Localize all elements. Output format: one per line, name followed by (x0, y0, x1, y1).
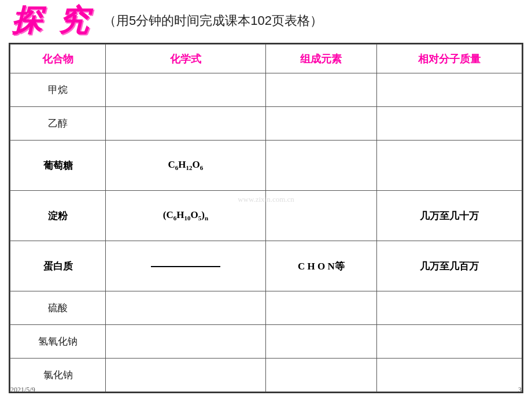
col-header-formula: 化学式 (106, 45, 266, 73)
table-row: 氯化钠 (10, 359, 522, 392)
cell-mass (377, 325, 522, 359)
cell-mass (377, 141, 522, 191)
cell-compound-name: 葡萄糖 (10, 141, 106, 191)
cell-formula: (C6H10O5)n (106, 191, 266, 241)
table-row: 淀粉(C6H10O5)n几万至几十万 (10, 191, 522, 241)
table-header-row: 化合物 化学式 组成元素 相对分子质量 (10, 45, 522, 73)
cell-compound-name: 硫酸 (10, 291, 106, 325)
cell-compound-name: 乙醇 (10, 107, 106, 141)
cell-formula (106, 107, 266, 141)
cell-formula (106, 291, 266, 325)
cell-mass (377, 73, 522, 107)
col-header-elements: 组成元素 (265, 45, 376, 73)
cell-elements (265, 291, 376, 325)
footer-page: 3 (518, 386, 522, 394)
main-table: 化合物 化学式 组成元素 相对分子质量 甲烷乙醇葡萄糖C6H12O6淀粉(C6H… (10, 44, 522, 392)
cell-mass (377, 107, 522, 141)
cell-compound-name: 淀粉 (10, 191, 106, 241)
cell-elements (265, 325, 376, 359)
cell-elements (265, 141, 376, 191)
cell-formula (106, 359, 266, 392)
subtitle: （用5分钟的时间完成课本102页表格） (104, 12, 323, 29)
title-art: 探 究 (12, 6, 93, 36)
table-wrapper: 化合物 化学式 组成元素 相对分子质量 甲烷乙醇葡萄糖C6H12O6淀粉(C6H… (9, 43, 523, 393)
cell-mass (377, 291, 522, 325)
cell-compound-name: 蛋白质 (10, 241, 106, 291)
cell-formula (106, 325, 266, 359)
cell-elements (265, 107, 376, 141)
header-area: 探 究 （用5分钟的时间完成课本102页表格） (9, 6, 523, 36)
page-container: 探 究 （用5分钟的时间完成课本102页表格） 化合物 化学式 组成元素 相对分… (0, 0, 532, 399)
table-row: 硫酸 (10, 291, 522, 325)
table-row: 氢氧化钠 (10, 325, 522, 359)
table-row: 蛋白质C H O N等几万至几百万 (10, 241, 522, 291)
table-row: 葡萄糖C6H12O6 (10, 141, 522, 191)
cell-elements (265, 73, 376, 107)
cell-compound-name: 甲烷 (10, 73, 106, 107)
cell-elements: C H O N等 (265, 241, 376, 291)
cell-compound-name: 氢氧化钠 (10, 325, 106, 359)
cell-elements (265, 191, 376, 241)
cell-mass (377, 359, 522, 392)
col-header-mass: 相对分子质量 (377, 45, 522, 73)
cell-formula (106, 241, 266, 291)
table-row: 乙醇 (10, 107, 522, 141)
table-row: 甲烷 (10, 73, 522, 107)
cell-mass: 几万至几百万 (377, 241, 522, 291)
cell-formula (106, 73, 266, 107)
cell-elements (265, 359, 376, 392)
footer-date: 2021/5/9 (10, 386, 35, 394)
col-header-compound: 化合物 (10, 45, 106, 73)
cell-mass: 几万至几十万 (377, 191, 522, 241)
cell-formula: C6H12O6 (106, 141, 266, 191)
